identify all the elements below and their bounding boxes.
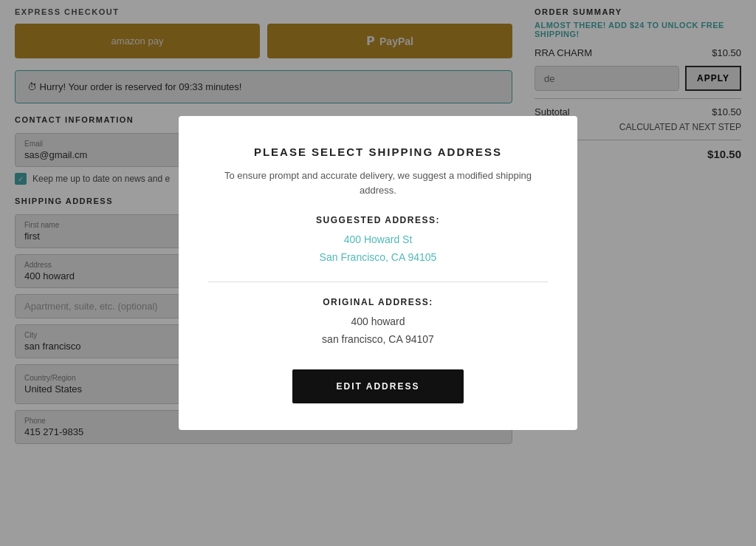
shipping-address-modal: PLEASE SELECT SHIPPING ADDRESS To ensure… <box>179 116 577 429</box>
suggested-address: 400 Howard St San Francisco, CA 94105 <box>208 231 548 267</box>
edit-address-button[interactable]: EDIT ADDRESS <box>292 369 464 403</box>
modal-overlay: PLEASE SELECT SHIPPING ADDRESS To ensure… <box>0 0 756 546</box>
suggested-label: SUGGESTED ADDRESS: <box>208 215 548 225</box>
suggested-line1: 400 Howard St <box>208 231 548 249</box>
original-address: 400 howard san francisco, CA 94107 <box>208 313 548 349</box>
modal-title: PLEASE SELECT SHIPPING ADDRESS <box>208 146 548 158</box>
original-line2: san francisco, CA 94107 <box>208 331 548 349</box>
suggested-line2: San Francisco, CA 94105 <box>208 249 548 267</box>
modal-subtitle: To ensure prompt and accurate delivery, … <box>208 168 548 197</box>
original-label: ORIGINAL ADDRESS: <box>208 297 548 307</box>
page-wrapper: EXPRESS CHECKOUT amazon pay 𝗣 PayPal ⏱ H… <box>0 0 756 546</box>
original-line1: 400 howard <box>208 313 548 331</box>
modal-divider <box>208 281 548 282</box>
